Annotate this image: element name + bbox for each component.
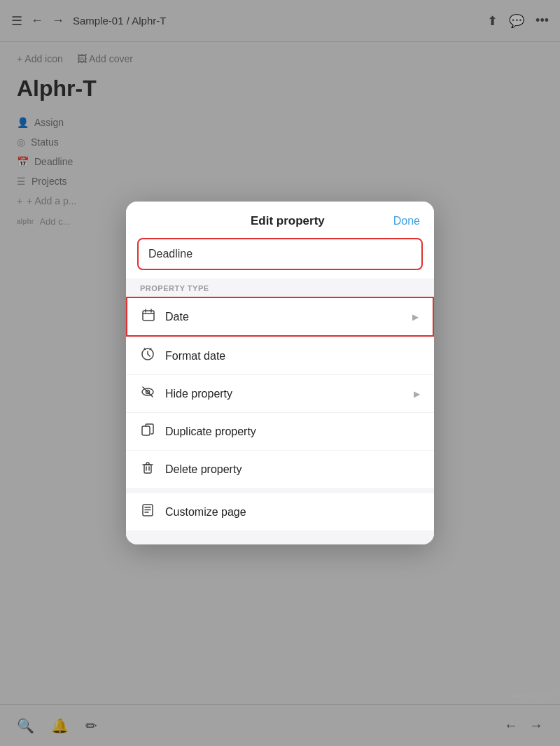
hide-property-chevron: ▶ (414, 389, 420, 399)
date-type-icon (141, 308, 155, 325)
hide-property-label: Hide property (165, 388, 414, 400)
modal-title: Edit property (182, 214, 393, 228)
menu-separator (126, 488, 434, 493)
hide-property-item[interactable]: Hide property ▶ (126, 374, 434, 412)
customize-page-item[interactable]: Customize page (126, 493, 434, 530)
format-date-icon (140, 347, 155, 365)
customize-page-icon (140, 503, 155, 521)
duplicate-property-item[interactable]: Duplicate property (126, 412, 434, 450)
modal-bottom-spacing (126, 530, 434, 544)
watermark: www.fiverr.com (512, 691, 554, 698)
duplicate-property-label: Duplicate property (165, 425, 420, 438)
duplicate-property-icon (140, 423, 155, 440)
modal-input-section (126, 238, 434, 279)
property-type-label: PROPERTY TYPE (126, 279, 434, 297)
svg-rect-9 (144, 465, 151, 473)
customize-page-label: Customize page (165, 506, 246, 519)
delete-property-item[interactable]: Delete property (126, 450, 434, 488)
date-type-label: Date (165, 311, 412, 323)
date-type-chevron: ▶ (412, 312, 419, 322)
format-date-item[interactable]: Format date (126, 337, 434, 374)
property-name-input[interactable] (137, 238, 423, 270)
hide-property-icon (140, 385, 155, 402)
format-date-label: Format date (165, 350, 420, 363)
modal-panel: Edit property Done PROPERTY TYPE Date ▶ (126, 202, 434, 544)
modal-header: Edit property Done (126, 202, 434, 238)
delete-property-label: Delete property (165, 463, 420, 476)
date-type-row[interactable]: Date ▶ (126, 297, 434, 337)
modal-done-button[interactable]: Done (393, 215, 420, 227)
svg-rect-8 (142, 426, 150, 435)
modal-overlay: Edit property Done PROPERTY TYPE Date ▶ (0, 0, 560, 746)
svg-rect-0 (143, 311, 154, 321)
delete-property-icon (140, 460, 155, 478)
